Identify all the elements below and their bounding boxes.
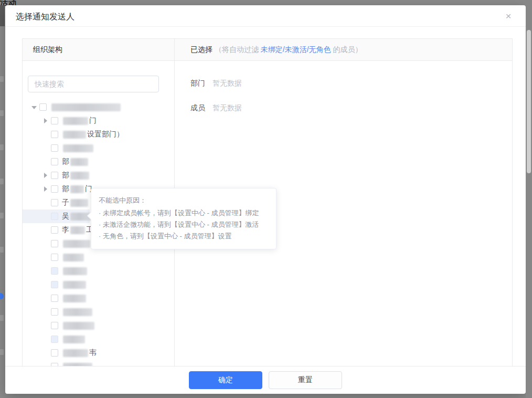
redacted-name [51, 103, 121, 111]
tree-row[interactable] [23, 100, 174, 114]
redacted-name [63, 281, 86, 289]
checkbox[interactable] [51, 144, 58, 152]
checkbox[interactable] [51, 240, 58, 247]
background-fragment [0, 76, 4, 82]
checkbox[interactable] [51, 308, 58, 316]
background-fragment [0, 247, 4, 253]
selected-header-label: 已选择 [190, 45, 212, 54]
caret-placeholder [42, 295, 49, 301]
tree-row[interactable] [23, 278, 174, 291]
tree-row[interactable]: 部 [23, 169, 174, 182]
checkbox[interactable] [51, 295, 58, 302]
tree-row[interactable]: 门 [23, 114, 174, 128]
tree-node-label [62, 295, 87, 302]
redacted-name [70, 199, 88, 207]
tree-row[interactable]: 设置部门） [23, 128, 174, 141]
background-fragment [0, 144, 4, 150]
tooltip-reason-line: · 无角色，请到【设置中心 - 成员管理】设置 [99, 231, 269, 242]
caret-right-icon[interactable] [42, 186, 49, 192]
checkbox-disabled[interactable] [51, 336, 58, 343]
checkbox[interactable] [51, 254, 58, 261]
redacted-name [63, 267, 87, 275]
caret-placeholder [42, 350, 49, 356]
tree-row[interactable]: 吴 [23, 210, 90, 223]
tree-row[interactable] [23, 250, 174, 264]
caret-placeholder [42, 336, 49, 342]
caret-placeholder [42, 322, 49, 329]
checkbox[interactable] [51, 185, 58, 193]
selected-header-note-post: 的成员） [333, 45, 362, 54]
checkbox[interactable] [51, 158, 58, 165]
checkbox-disabled[interactable] [51, 281, 58, 288]
background-fragment [0, 110, 4, 116]
caret-down-icon[interactable] [31, 104, 37, 110]
redacted-name [63, 349, 88, 357]
tree-node-label: 子 [62, 198, 89, 207]
redacted-name [70, 226, 85, 234]
panel-header-row: 组织架构 已选择 （将自动过滤 未绑定/未激活/无角色 的成员） [23, 39, 512, 61]
tree-node-label [62, 267, 88, 275]
checkbox[interactable] [51, 349, 58, 357]
caret-placeholder [42, 213, 49, 219]
background-fragment [0, 179, 4, 184]
tree-node-label: 设置部门） [62, 130, 124, 139]
close-icon[interactable]: × [503, 11, 514, 22]
checkbox-disabled[interactable] [51, 267, 58, 275]
caret-right-icon[interactable] [42, 172, 49, 179]
tree-node-label [62, 322, 95, 330]
tree-row[interactable] [23, 305, 174, 319]
disabled-reason-tooltip: 不能选中原因： · 未绑定成员帐号，请到【设置中心 - 成员管理】绑定· 未激活… [91, 188, 276, 249]
tooltip-reason-line: · 未激活企微功能，请到【设置中心 - 成员管理】激活 [99, 219, 269, 231]
checkbox[interactable] [39, 103, 47, 111]
selected-departments-row: 部门 暂无数据 [190, 79, 512, 88]
checkbox[interactable] [51, 322, 58, 329]
redacted-name [63, 295, 86, 302]
caret-placeholder [42, 159, 49, 165]
tooltip-reason-line: · 未绑定成员帐号，请到【设置中心 - 成员管理】绑定 [99, 207, 269, 219]
checkbox[interactable] [51, 117, 58, 124]
search-input[interactable] [28, 76, 159, 92]
confirm-button[interactable]: 确定 [189, 371, 262, 389]
checkbox[interactable] [51, 226, 58, 234]
redacted-name [70, 172, 89, 180]
tree-row[interactable] [23, 291, 174, 305]
tree-node-label [62, 281, 87, 289]
redacted-name [63, 131, 86, 139]
checkbox[interactable] [51, 199, 58, 206]
tree-node-label: 韦 [62, 348, 97, 358]
background-fragment [0, 349, 4, 355]
background-blue-dot [0, 293, 4, 299]
checkbox[interactable] [51, 131, 58, 138]
redacted-name [63, 254, 84, 261]
org-structure-header: 组织架构 [23, 39, 175, 60]
checkbox-disabled[interactable] [51, 213, 58, 220]
background-fragment [0, 213, 4, 218]
selected-header-note-links: 未绑定/未激活/无角色 [261, 45, 331, 54]
caret-placeholder [42, 131, 49, 138]
redacted-name [63, 336, 85, 343]
tree-row[interactable] [23, 264, 174, 278]
tree-row[interactable] [23, 332, 174, 346]
caret-placeholder [42, 145, 49, 151]
redacted-name [63, 144, 93, 152]
reset-button[interactable]: 重置 [269, 371, 342, 389]
members-empty-text: 暂无数据 [212, 103, 242, 113]
tree-node-label: 部 [62, 171, 90, 180]
members-label: 成员 [190, 103, 205, 113]
tree-row[interactable] [23, 141, 174, 155]
tree-node-label: 李工 [62, 225, 93, 235]
caret-right-icon[interactable] [42, 118, 49, 124]
tree-row[interactable]: 部 [23, 155, 174, 169]
dialog-footer: 确定 重置 [5, 366, 526, 394]
page-scrollbar-thumb[interactable] [527, 30, 531, 173]
tooltip-lines: · 未绑定成员帐号，请到【设置中心 - 成员管理】绑定· 未激活企微功能，请到【… [99, 207, 269, 242]
departments-label: 部门 [190, 79, 205, 88]
tree-node-label [62, 308, 93, 316]
caret-placeholder [42, 268, 49, 274]
tree-row[interactable] [23, 319, 174, 332]
tree-row[interactable]: 韦 [23, 346, 174, 360]
redacted-name [70, 185, 84, 193]
checkbox[interactable] [51, 172, 58, 179]
tree-row[interactable] [23, 360, 174, 366]
selected-members-row: 成员 暂无数据 [190, 103, 512, 113]
